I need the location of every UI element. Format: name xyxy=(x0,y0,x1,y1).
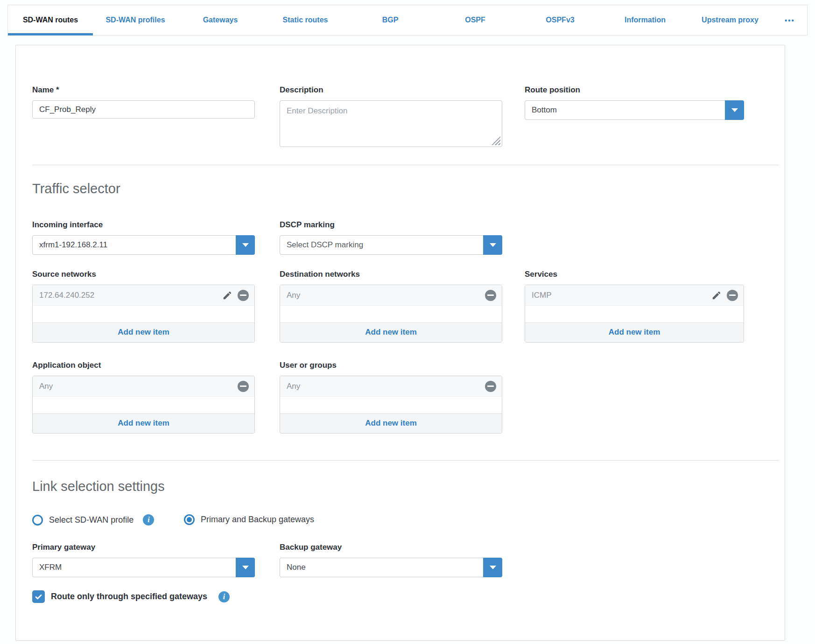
primary-gateway-dropdown-button[interactable] xyxy=(236,558,255,577)
chevron-down-icon xyxy=(242,566,249,569)
section-divider xyxy=(32,460,779,461)
backup-gateway-label: Backup gateway xyxy=(280,543,502,552)
user-or-groups-listbox: Any Add new item xyxy=(280,376,502,434)
user-or-groups-label: User or groups xyxy=(280,361,502,370)
source-networks-add-button[interactable]: Add new item xyxy=(33,322,254,342)
link-selection-settings-heading: Link selection settings xyxy=(32,478,165,494)
remove-item-icon[interactable] xyxy=(485,381,496,392)
list-item-value: 172.64.240.252 xyxy=(39,291,94,300)
dscp-marking-dropdown-button[interactable] xyxy=(483,235,502,255)
sdwan-profile-radio-group: Select SD-WAN profile i xyxy=(32,514,154,525)
chevron-down-icon xyxy=(490,566,496,569)
select-sdwan-profile-radio-label[interactable]: Select SD-WAN profile xyxy=(49,515,133,525)
route-position-value: Bottom xyxy=(525,101,725,119)
destination-networks-add-button[interactable]: Add new item xyxy=(280,322,502,342)
edit-pencil-icon[interactable] xyxy=(711,290,722,301)
route-only-checkbox-label[interactable]: Route only through specified gateways xyxy=(51,592,207,602)
dscp-marking-value: Select DSCP marking xyxy=(280,236,484,254)
info-icon[interactable]: i xyxy=(218,591,230,602)
primary-gateway-label: Primary gateway xyxy=(32,543,255,552)
description-field-group: Description xyxy=(280,85,502,149)
tab-upstream-proxy[interactable]: Upstream proxy xyxy=(688,5,773,35)
dscp-marking-field-group: DSCP marking Select DSCP marking xyxy=(280,220,502,255)
list-item: Any xyxy=(280,376,502,397)
primary-and-backup-gateways-radio[interactable] xyxy=(184,514,195,525)
primary-gateway-field-group: Primary gateway XFRM xyxy=(32,543,255,577)
route-only-checkbox[interactable] xyxy=(32,590,45,603)
dscp-marking-label: DSCP marking xyxy=(280,220,502,230)
chevron-down-icon xyxy=(242,243,249,247)
services-add-button[interactable]: Add new item xyxy=(525,322,744,342)
tab-information[interactable]: Information xyxy=(603,5,688,35)
check-icon xyxy=(34,592,43,601)
application-object-add-button[interactable]: Add new item xyxy=(33,413,254,433)
primary-gateway-dropdown[interactable]: XFRM xyxy=(32,558,255,577)
tab-static-routes[interactable]: Static routes xyxy=(263,5,348,35)
listbox-empty-area xyxy=(33,397,254,413)
listbox-empty-area xyxy=(280,397,502,413)
route-position-label: Route position xyxy=(525,85,744,95)
sdwan-route-form-card: Name * Description Route position Bottom… xyxy=(15,45,785,641)
list-item-value: ICMP xyxy=(532,291,552,300)
tab-ospf[interactable]: OSPF xyxy=(433,5,518,35)
name-label: Name * xyxy=(32,85,255,95)
destination-networks-listbox: Any Add new item xyxy=(280,285,502,343)
info-icon[interactable]: i xyxy=(143,514,154,525)
listbox-empty-area xyxy=(525,306,744,322)
tab-gateways[interactable]: Gateways xyxy=(178,5,263,35)
source-networks-listbox: 172.64.240.252 Add new item xyxy=(32,285,255,343)
tab-ospfv3[interactable]: OSPFv3 xyxy=(518,5,603,35)
listbox-empty-area xyxy=(33,306,254,322)
listbox-empty-area xyxy=(280,306,502,322)
backup-gateway-field-group: Backup gateway None xyxy=(280,543,502,577)
destination-networks-label: Destination networks xyxy=(280,270,502,279)
services-field-group: Services ICMP Add new item xyxy=(525,270,744,343)
name-field-group: Name * xyxy=(32,85,255,119)
user-or-groups-field-group: User or groups Any Add new item xyxy=(280,361,502,434)
primary-and-backup-gateways-radio-label[interactable]: Primary and Backup gateways xyxy=(201,515,314,525)
source-networks-field-group: Source networks 172.64.240.252 Add new i… xyxy=(32,270,255,343)
tab-sdwan-routes[interactable]: SD-WAN routes xyxy=(8,5,93,35)
incoming-interface-field-group: Incoming interface xfrm1-192.168.2.11 xyxy=(32,220,255,255)
application-object-label: Application object xyxy=(32,361,255,370)
tab-sdwan-profiles[interactable]: SD-WAN profiles xyxy=(93,5,178,35)
top-tab-bar: SD-WAN routes SD-WAN profiles Gateways S… xyxy=(7,5,808,35)
edit-pencil-icon[interactable] xyxy=(222,290,232,301)
traffic-selector-heading: Traffic selector xyxy=(32,181,120,196)
incoming-interface-label: Incoming interface xyxy=(32,220,255,230)
list-item: 172.64.240.252 xyxy=(33,285,254,306)
list-item-value: Any xyxy=(287,382,300,391)
backup-gateway-dropdown[interactable]: None xyxy=(280,558,502,577)
route-position-dropdown-button[interactable] xyxy=(725,100,744,120)
backup-gateway-dropdown-button[interactable] xyxy=(483,558,502,577)
services-label: Services xyxy=(525,270,744,279)
primary-backup-radio-group: Primary and Backup gateways xyxy=(184,514,314,525)
route-position-field-group: Route position Bottom xyxy=(525,85,744,120)
remove-item-icon[interactable] xyxy=(238,381,249,392)
backup-gateway-value: None xyxy=(280,558,484,577)
select-sdwan-profile-radio[interactable] xyxy=(32,515,43,525)
chevron-down-icon xyxy=(731,108,738,112)
remove-item-icon[interactable] xyxy=(485,290,496,301)
remove-item-icon[interactable] xyxy=(238,290,249,301)
incoming-interface-dropdown[interactable]: xfrm1-192.168.2.11 xyxy=(32,235,255,255)
user-or-groups-add-button[interactable]: Add new item xyxy=(280,413,502,433)
destination-networks-field-group: Destination networks Any Add new item xyxy=(280,270,502,343)
dscp-marking-dropdown[interactable]: Select DSCP marking xyxy=(280,235,502,255)
tab-bgp[interactable]: BGP xyxy=(348,5,433,35)
list-item-value: Any xyxy=(287,291,300,300)
more-tabs-icon[interactable]: ••• xyxy=(773,5,807,35)
list-item: Any xyxy=(33,376,254,397)
remove-item-icon[interactable] xyxy=(727,290,738,301)
incoming-interface-value: xfrm1-192.168.2.11 xyxy=(33,236,236,254)
description-label: Description xyxy=(280,85,502,95)
description-textarea[interactable] xyxy=(280,100,502,147)
name-input[interactable] xyxy=(32,100,255,119)
services-listbox: ICMP Add new item xyxy=(525,285,744,343)
source-networks-label: Source networks xyxy=(32,270,255,279)
route-position-dropdown[interactable]: Bottom xyxy=(525,100,744,120)
route-only-checkbox-group: Route only through specified gateways i xyxy=(32,590,230,603)
incoming-interface-dropdown-button[interactable] xyxy=(236,235,255,255)
list-item: Any xyxy=(280,285,502,306)
chevron-down-icon xyxy=(490,243,496,247)
